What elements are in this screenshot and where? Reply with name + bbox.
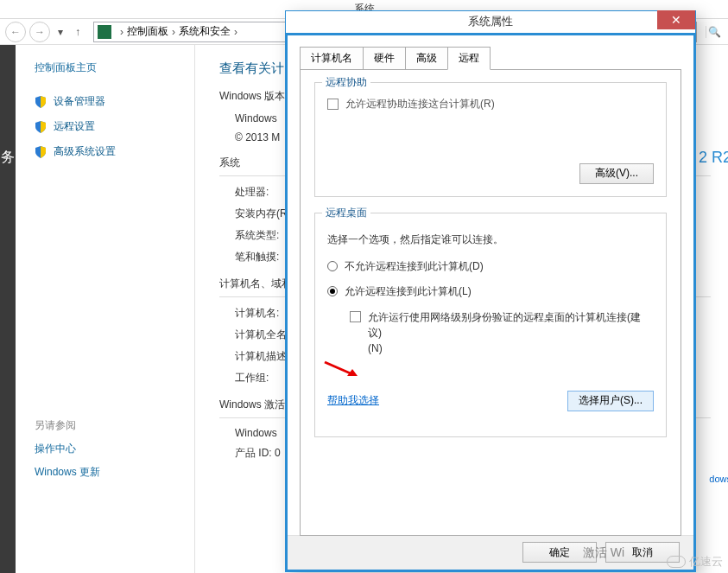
annotation-arrow-icon (323, 360, 358, 378)
breadcrumb-sep-icon: › (172, 26, 175, 38)
shield-icon (35, 121, 47, 133)
advanced-button[interactable]: 高级(V)... (579, 163, 654, 184)
cloud-icon (667, 556, 686, 568)
tab-panel-remote: 远程协助 允许远程协助连接这台计算机(R) 高级(V)... 远程桌面 选择一个… (300, 69, 681, 536)
nav-forward-button[interactable]: → (29, 22, 50, 42)
breadcrumb-root[interactable]: 控制面板 (127, 24, 168, 39)
sidebar-item-device-manager[interactable]: 设备管理器 (35, 94, 182, 109)
tab-hardware[interactable]: 硬件 (363, 47, 406, 70)
tab-advanced[interactable]: 高级 (405, 47, 448, 70)
left-nav-pane: 控制面板主页 设备管理器 远程设置 高级系统设置 另请参阅 操作中心 Windo… (16, 45, 195, 573)
checkbox-nla[interactable] (350, 311, 361, 322)
svg-line-0 (325, 362, 352, 374)
system-properties-dialog: 系统属性 计算机名 硬件 高级 远程 远程协助 允许远程协助连接这台计算机(R)… (285, 10, 696, 572)
breadcrumb-level1[interactable]: 系统和安全 (179, 24, 231, 39)
remote-desktop-instruction: 选择一个选项，然后指定谁可以连接。 (327, 232, 654, 247)
dialog-title: 系统属性 (468, 14, 513, 29)
breadcrumb-sep-icon: › (234, 26, 237, 38)
control-panel-icon (98, 25, 111, 39)
group-remote-assistance: 远程协助 允许远程协助连接这台计算机(R) 高级(V)... (314, 82, 667, 197)
checkbox-nla-row[interactable]: 允许运行使用网络级别身份验证的远程桌面的计算机连接(建议) (N) (350, 309, 654, 356)
activate-windows-hint: 激活 Wi (583, 545, 624, 561)
radio-disallow-remote[interactable]: 不允许远程连接到此计算机(D) (327, 259, 654, 274)
breadcrumb-sep-icon: › (120, 26, 123, 38)
dialog-close-button[interactable] (657, 10, 695, 29)
left-dark-strip: 务 (0, 45, 16, 573)
radio-label: 不允许远程连接到此计算机(D) (345, 259, 484, 274)
shield-icon (35, 96, 47, 108)
tab-remote[interactable]: 远程 (447, 47, 491, 70)
checkbox-nla-suffix: (N) (368, 342, 383, 354)
group-title-remote-assistance: 远程协助 (322, 75, 370, 90)
checkbox-allow-remote-assistance[interactable] (327, 99, 339, 110)
search-icon[interactable]: 🔍 (706, 26, 723, 38)
radio-icon (327, 286, 338, 296)
windows-more-link[interactable]: dows (709, 474, 728, 484)
server-r2-badge: 2 R2 (699, 149, 728, 167)
dialog-footer: 确定 取消 (285, 535, 696, 572)
help-me-choose-link[interactable]: 帮助我选择 (327, 393, 379, 408)
see-also-action-center[interactable]: 操作中心 (35, 442, 182, 456)
watermark-brand: 亿速云 (667, 554, 723, 570)
see-also-header: 另请参阅 (35, 418, 182, 433)
sidebar-item-label: 高级系统设置 (54, 144, 116, 159)
nav-recent-dropdown[interactable]: ▾ (54, 22, 67, 42)
sidebar-item-label: 远程设置 (54, 119, 95, 134)
radio-icon (327, 261, 338, 271)
checkbox-label: 允许远程协助连接这台计算机(R) (345, 97, 495, 111)
radio-allow-remote[interactable]: 允许远程连接到此计算机(L) (327, 284, 654, 299)
tab-row: 计算机名 硬件 高级 远程 (300, 46, 681, 69)
control-panel-home-link[interactable]: 控制面板主页 (35, 60, 182, 75)
sidebar-item-remote-settings[interactable]: 远程设置 (35, 119, 182, 134)
sidebar-item-advanced-system-settings[interactable]: 高级系统设置 (35, 144, 182, 159)
group-title-remote-desktop: 远程桌面 (322, 206, 370, 220)
nav-back-button[interactable]: ← (5, 22, 26, 42)
select-users-button[interactable]: 选择用户(S)... (567, 391, 654, 411)
tab-computer-name[interactable]: 计算机名 (300, 47, 364, 70)
radio-label: 允许远程连接到此计算机(L) (345, 284, 472, 299)
shield-icon (35, 146, 47, 158)
group-remote-desktop: 远程桌面 选择一个选项，然后指定谁可以连接。 不允许远程连接到此计算机(D) 允… (314, 213, 667, 437)
sidebar-item-label: 设备管理器 (54, 94, 105, 109)
nav-up-button[interactable]: ↑ (71, 22, 85, 42)
dialog-titlebar[interactable]: 系统属性 (286, 11, 695, 34)
checkbox-nla-label: 允许运行使用网络级别身份验证的远程桌面的计算机连接(建议) (368, 311, 641, 339)
see-also-windows-update[interactable]: Windows 更新 (35, 465, 182, 480)
